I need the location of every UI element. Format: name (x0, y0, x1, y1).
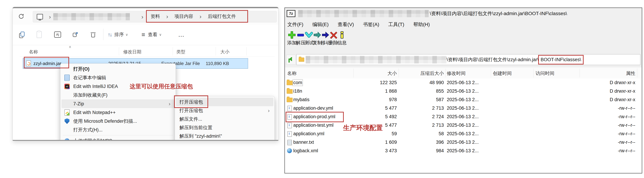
breadcrumb-segment[interactable]: 后端打包文件 (208, 13, 236, 19)
column-header-size[interactable]: 大小 (220, 49, 230, 55)
yml-file-icon (287, 123, 292, 128)
path-input[interactable]: \资料\项目内容\后端打包文件\zzyl-admin.jar\ BOOT-INF… (296, 54, 640, 65)
item-attributes: -rw-r--r-- (600, 140, 635, 145)
sevenzip-titlebar[interactable]: 7z \资料\项目内容\后端打包文件\zzyl-admin.jar\BOOT-I… (285, 8, 642, 19)
delete-button[interactable] (88, 30, 98, 39)
column-divider[interactable] (534, 68, 534, 78)
submenu-item-open-archive-as[interactable]: 打开压缩包 › (176, 106, 274, 115)
column-divider[interactable] (491, 68, 491, 78)
sevenzip-menubar: 文件(F) 编辑(E) 查看(V) 书签(A) 工具(T) 帮助(H) (285, 19, 642, 30)
item-modified: 2025-06-13 2... (447, 123, 479, 128)
list-item[interactable]: application-prod.yml 5 492 2 724 2025-06… (285, 113, 642, 121)
notepadpp-icon (64, 109, 70, 116)
view-button[interactable]: ≡ 查看 ∨ (142, 30, 176, 39)
rename-button[interactable]: A| (53, 30, 62, 39)
breadcrumb-segment[interactable]: 项目内容 (174, 13, 193, 19)
breadcrumb-separator-icon: › (165, 13, 169, 19)
column-header-accessed[interactable]: 访问时间 (536, 70, 554, 76)
list-item[interactable]: logback.xml 3 473 984 2025-06-13 2... -r… (285, 147, 642, 155)
folder-icon (287, 89, 292, 94)
list-item[interactable]: mybatis 978 587 2025-06-13 2... D drwxr-… (285, 96, 642, 104)
column-header-name[interactable]: 名称 (287, 70, 296, 76)
menu-item-wps-upload[interactable]: 上传或同步到WPS › (62, 137, 174, 141)
address-bar[interactable]: › › 资料 › 项目内容 › 后端打包文件 (33, 11, 277, 22)
breadcrumb-separator-icon: › (140, 14, 144, 20)
column-header-size[interactable]: 大小 (371, 70, 397, 76)
item-name: banner.txt (293, 140, 314, 145)
item-size: 3 473 (362, 148, 397, 154)
menu-item-open[interactable]: 打开(O) (62, 65, 174, 73)
sort-ascending-icon: ∧ (69, 45, 71, 49)
item-size: 1 868 (362, 88, 397, 94)
column-header-packed-size[interactable]: 压缩后大小 (400, 70, 444, 76)
list-item[interactable]: i18n 1 868 855 2025-06-13 2... D drwxr-x… (285, 87, 642, 96)
refresh-icon[interactable] (18, 13, 24, 20)
breadcrumb-separator-icon: › (48, 14, 52, 20)
menu-view[interactable]: 查看(V) (338, 21, 354, 28)
paste-button[interactable] (34, 30, 44, 39)
sort-button[interactable]: ↑↓ 排序 ∨ (108, 30, 142, 39)
item-size: 5 477 (362, 106, 397, 111)
share-button[interactable] (70, 30, 80, 39)
breadcrumb-segment[interactable]: 资料 (150, 13, 160, 19)
item-packed-size: 48 990 (409, 80, 444, 85)
menu-item-7zip[interactable]: 7-Zip › (62, 99, 174, 108)
list-item[interactable]: application-dev.yml 5 477 2 713 2025-06-… (285, 104, 642, 113)
yml-file-icon (287, 106, 292, 111)
submenu-arrow-icon: › (268, 108, 270, 114)
xml-file-icon (287, 148, 292, 153)
menu-item-add-to-favorites[interactable]: 添加到收藏夹(F) (62, 91, 174, 99)
more-button[interactable]: … (176, 30, 186, 39)
sort-label: 排序 (114, 31, 124, 38)
menu-help[interactable]: 帮助(H) (414, 21, 430, 28)
info-button[interactable]: 信息 (336, 31, 348, 46)
menu-bookmarks[interactable]: 书签(A) (363, 21, 379, 28)
wps-cloud-icon (64, 138, 70, 141)
menu-item-edit-with-notepadpp[interactable]: Edit with Notepad++ (62, 108, 174, 117)
column-header-type[interactable]: 类型 (176, 49, 185, 55)
copy-button[interactable] (17, 30, 27, 39)
item-attributes: -rw-r--r-- (600, 148, 635, 154)
item-packed-size: 58 (409, 131, 444, 137)
column-divider[interactable] (353, 68, 354, 78)
list-item[interactable]: com 122 325 48 990 2025-06-13 2... D drw… (285, 79, 642, 87)
explorer-navbar: › › 资料 › 项目内容 › 后端打包文件 (13, 8, 278, 25)
column-header-name[interactable]: 名称 (29, 49, 38, 55)
column-divider[interactable] (446, 68, 446, 78)
submenu-item-extract-files[interactable]: 解压文件... (176, 115, 274, 123)
up-arrow-icon (288, 56, 294, 63)
column-header-attributes[interactable]: 属性 (609, 70, 635, 76)
column-divider[interactable] (637, 68, 637, 78)
breadcrumb-separator-icon: › (198, 13, 202, 19)
menu-item-edit-in-notepad[interactable]: 在记事本中编辑 (62, 73, 174, 82)
up-folder-button[interactable] (286, 55, 296, 65)
menu-tools[interactable]: 工具(T) (388, 21, 404, 28)
column-header-modified[interactable]: 修改时间 (447, 70, 466, 76)
explorer-list-header: 名称 ∧ 修改日期 类型 大小 (13, 46, 278, 56)
menu-item-defender-scan[interactable]: 使用 Microsoft Defender扫描... (62, 117, 174, 126)
more-icon: … (178, 31, 184, 38)
item-size: 122 325 (362, 80, 397, 85)
menu-edit[interactable]: 编辑(E) (312, 21, 328, 28)
submenu-item-extract-to[interactable]: 解压到 "zzyl-admin\" (176, 132, 274, 140)
item-packed-size: 855 (409, 88, 444, 94)
menu-item-open-with[interactable]: 打开方式(H)... (62, 126, 174, 134)
notepad-icon (64, 75, 70, 81)
list-item[interactable]: application.yml 59 58 2025-06-13 2... -r… (285, 130, 642, 138)
column-divider[interactable] (246, 47, 246, 55)
submenu-item-open-archive[interactable]: 打开压缩包 (176, 98, 274, 106)
column-divider[interactable] (398, 68, 399, 78)
annotation-box-boot-inf: BOOT-INF\classes\ (538, 55, 584, 64)
7zip-logo-icon: 7z (287, 10, 295, 17)
item-packed-size: 984 (409, 148, 444, 154)
menu-file[interactable]: 文件(F) (287, 21, 304, 28)
list-item[interactable]: application-test.yml 5 477 2 713 2025-06… (285, 121, 642, 130)
column-header-modified[interactable]: 修改日期 (123, 49, 141, 55)
sevenzip-list-header: 名称 大小 压缩后大小 修改时间 创建时间 访问时间 属性 (285, 67, 642, 79)
submenu-item-extract-here[interactable]: 解压到当前位置 (176, 123, 274, 132)
list-item[interactable]: banner.txt 1 609 396 2025-06-13 2... -rw… (285, 138, 642, 147)
this-pc-icon (37, 14, 43, 19)
copy-icon (19, 32, 24, 37)
column-divider[interactable] (580, 68, 580, 78)
column-header-created[interactable]: 创建时间 (493, 70, 512, 76)
